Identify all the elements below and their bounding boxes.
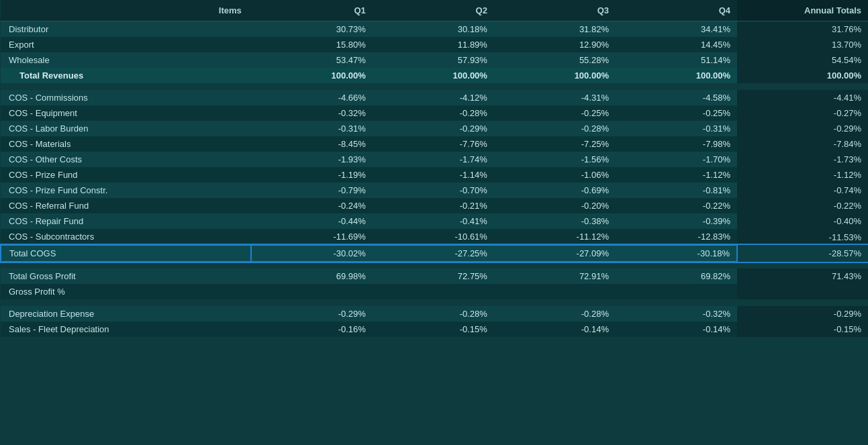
table-row: Total COGS-30.02%-27.25%-27.09%-30.18%-2…: [1, 245, 868, 262]
annual-value: 100.00%: [737, 68, 868, 83]
value-cell-q2: -0.70%: [373, 183, 494, 198]
row-label: Total COGS: [1, 245, 251, 262]
row-label: Gross Profit %: [1, 284, 251, 299]
value-cell-q3: -0.69%: [494, 183, 616, 198]
value-cell-q1: [251, 284, 373, 299]
table-row: [1, 83, 868, 90]
table-row: Wholesale53.47%57.93%55.28%51.14%54.54%: [1, 52, 868, 68]
value-cell-q4: -1.12%: [616, 167, 737, 183]
value-cell-q4: [616, 284, 737, 299]
value-cell-q1: -0.31%: [251, 121, 373, 136]
value-cell-q1: -4.66%: [251, 90, 373, 105]
value-cell-q1: -8.45%: [251, 136, 373, 152]
value-cell-q2: -0.28%: [373, 306, 494, 322]
value-cell-q3: 100.00%: [494, 68, 616, 83]
row-label: COS - Equipment: [1, 105, 251, 121]
annual-value: -0.29%: [737, 121, 868, 136]
value-cell-q1: -0.16%: [251, 322, 373, 337]
annual-value: -7.84%: [737, 136, 868, 152]
table-row: [1, 262, 868, 268]
value-cell-q2: -27.25%: [373, 245, 494, 262]
value-cell-q2: -1.14%: [373, 167, 494, 183]
table-row: Total Revenues100.00%100.00%100.00%100.0…: [1, 68, 868, 83]
row-label: COS - Subcontractors: [1, 229, 251, 245]
value-cell-q1: -0.24%: [251, 198, 373, 213]
row-label: Depreciation Expense: [1, 306, 251, 322]
value-cell-q2: -4.12%: [373, 90, 494, 105]
row-label: Distributor: [1, 21, 251, 38]
table-row: Export15.80%11.89%12.90%14.45%13.70%: [1, 37, 868, 52]
row-label: COS - Commissions: [1, 90, 251, 105]
value-cell-q4: -4.58%: [616, 90, 737, 105]
annual-value: 31.76%: [737, 21, 868, 38]
annual-value: -28.57%: [737, 245, 868, 262]
value-cell-q4: -0.39%: [616, 213, 737, 229]
value-cell-q3: 72.91%: [494, 268, 616, 284]
value-cell-q4: 14.45%: [616, 37, 737, 52]
row-label: COS - Other Costs: [1, 152, 251, 167]
value-cell-q4: 34.41%: [616, 21, 737, 38]
value-cell-q3: -4.31%: [494, 90, 616, 105]
value-cell-q3: -0.28%: [494, 306, 616, 322]
annual-value: -4.41%: [737, 90, 868, 105]
annual-value: -1.12%: [737, 167, 868, 183]
header-q4: Q4: [616, 0, 737, 21]
row-label: Wholesale: [1, 52, 251, 68]
header-q1: Q1: [251, 0, 373, 21]
value-cell-q3: -1.06%: [494, 167, 616, 183]
value-cell-q2: -7.76%: [373, 136, 494, 152]
table-row: COS - Equipment-0.32%-0.28%-0.25%-0.25%-…: [1, 105, 868, 121]
annual-value: -0.27%: [737, 105, 868, 121]
financial-table: Items Q1 Q2 Q3 Q4 Annual Totals Distribu…: [0, 0, 868, 445]
value-cell-q2: 57.93%: [373, 52, 494, 68]
table-row: COS - Repair Fund-0.44%-0.41%-0.38%-0.39…: [1, 213, 868, 229]
value-cell-q4: -0.14%: [616, 322, 737, 337]
value-cell-q2: 72.75%: [373, 268, 494, 284]
value-cell-q1: 69.98%: [251, 268, 373, 284]
row-label: COS - Materials: [1, 136, 251, 152]
value-cell-q4: -0.22%: [616, 198, 737, 213]
row-label: COS - Labor Burden: [1, 121, 251, 136]
value-cell-q4: 51.14%: [616, 52, 737, 68]
table-row: COS - Referral Fund-0.24%-0.21%-0.20%-0.…: [1, 198, 868, 213]
value-cell-q3: 12.90%: [494, 37, 616, 52]
table-row: Sales - Fleet Depreciation-0.16%-0.15%-0…: [1, 322, 868, 337]
value-cell-q1: -0.79%: [251, 183, 373, 198]
value-cell-q1: -0.32%: [251, 105, 373, 121]
table-row: Distributor30.73%30.18%31.82%34.41%31.76…: [1, 21, 868, 38]
value-cell-q3: -11.12%: [494, 229, 616, 245]
row-label: Total Revenues: [1, 68, 251, 83]
value-cell-q2: -10.61%: [373, 229, 494, 245]
table-row: Total Gross Profit69.98%72.75%72.91%69.8…: [1, 268, 868, 284]
value-cell-q3: 31.82%: [494, 21, 616, 38]
value-cell-q1: -0.44%: [251, 213, 373, 229]
value-cell-q3: -1.56%: [494, 152, 616, 167]
row-label: COS - Repair Fund: [1, 213, 251, 229]
table-row: COS - Commissions-4.66%-4.12%-4.31%-4.58…: [1, 90, 868, 105]
value-cell-q1: -30.02%: [251, 245, 373, 262]
table-row: COS - Other Costs-1.93%-1.74%-1.56%-1.70…: [1, 152, 868, 167]
value-cell-q2: -0.29%: [373, 121, 494, 136]
annual-value: -11.53%: [737, 229, 868, 245]
value-cell-q2: 11.89%: [373, 37, 494, 52]
value-cell-q1: -11.69%: [251, 229, 373, 245]
value-cell-q2: 100.00%: [373, 68, 494, 83]
value-cell-q1: 53.47%: [251, 52, 373, 68]
value-cell-q1: 100.00%: [251, 68, 373, 83]
value-cell-q3: -7.25%: [494, 136, 616, 152]
table-row: COS - Prize Fund Constr.-0.79%-0.70%-0.6…: [1, 183, 868, 198]
value-cell-q4: -0.81%: [616, 183, 737, 198]
value-cell-q2: -0.21%: [373, 198, 494, 213]
value-cell-q3: -0.38%: [494, 213, 616, 229]
header-annual: Annual Totals: [737, 0, 868, 21]
value-cell-q4: 100.00%: [616, 68, 737, 83]
annual-value: 13.70%: [737, 37, 868, 52]
row-label: COS - Prize Fund Constr.: [1, 183, 251, 198]
value-cell-q2: -0.28%: [373, 105, 494, 121]
header-items: Items: [1, 0, 251, 21]
row-label: Export: [1, 37, 251, 52]
value-cell-q4: 69.82%: [616, 268, 737, 284]
value-cell-q4: -7.98%: [616, 136, 737, 152]
header-q3: Q3: [494, 0, 616, 21]
table-row: COS - Prize Fund-1.19%-1.14%-1.06%-1.12%…: [1, 167, 868, 183]
